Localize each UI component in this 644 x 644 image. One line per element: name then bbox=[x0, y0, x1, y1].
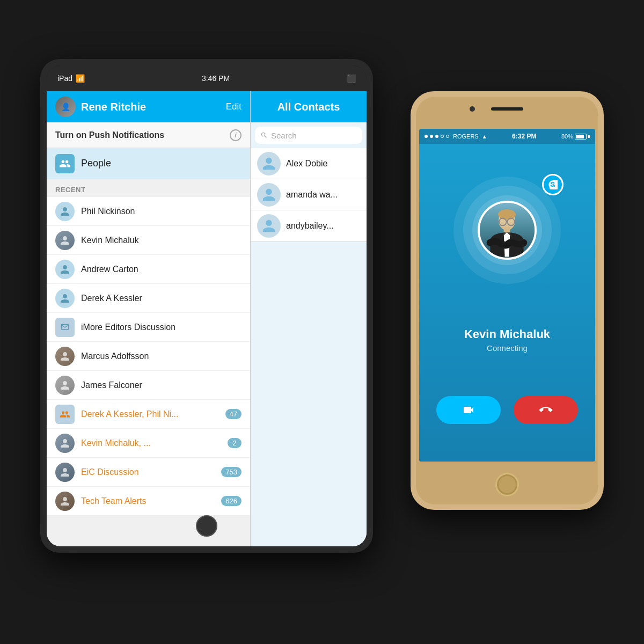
edit-button[interactable]: Edit bbox=[226, 101, 241, 112]
contact-item-0[interactable]: Phil Nickinson bbox=[47, 197, 250, 226]
ipad-wifi-icon: 📶 bbox=[76, 74, 85, 83]
skype-logo-overlay bbox=[542, 174, 564, 195]
recent-section-header: RECENT bbox=[47, 179, 250, 197]
contact-avatar-9 bbox=[55, 463, 75, 482]
signal-dot-2 bbox=[430, 135, 433, 138]
ipad-home-button[interactable] bbox=[196, 515, 217, 537]
call-buttons bbox=[436, 396, 578, 424]
right-avatar-2 bbox=[257, 214, 281, 238]
ipad-device: iPad 📶 3:46 PM ⬛ 👤 Rene Ri bbox=[40, 59, 373, 553]
iphone-time: 6:32 PM bbox=[512, 133, 536, 140]
contact-item-8[interactable]: Kevin Michaluk, ... 2 bbox=[47, 429, 250, 458]
right-contact-2[interactable]: andybailey... bbox=[251, 210, 367, 241]
ipad-inner: iPad 📶 3:46 PM ⬛ 👤 Rene Ri bbox=[47, 65, 367, 546]
call-status-text: Connecting bbox=[464, 343, 550, 353]
ipad-screen: 👤 Rene Ritchie Edit Turn on Push Notific… bbox=[47, 91, 367, 546]
contact-name-4: iMore Editors Discussion bbox=[81, 323, 241, 332]
info-icon[interactable]: i bbox=[230, 129, 241, 141]
push-notification-bar[interactable]: Turn on Push Notifications i bbox=[47, 122, 250, 148]
iphone-screen: ROGERS ▲ 6:32 PM 80% bbox=[419, 129, 595, 462]
search-placeholder: Search bbox=[271, 131, 297, 140]
contact-item-7[interactable]: Derek A Kessler, Phil Ni... 47 bbox=[47, 400, 250, 429]
contact-name-1: Kevin Michaluk bbox=[81, 236, 241, 245]
people-item[interactable]: People bbox=[47, 148, 250, 179]
contact-avatar-4 bbox=[55, 318, 75, 337]
contact-badge-9: 753 bbox=[221, 467, 241, 477]
people-icon bbox=[55, 154, 75, 173]
end-call-button[interactable] bbox=[514, 396, 578, 424]
signal-dot-4 bbox=[441, 135, 444, 138]
contact-avatar-8 bbox=[55, 434, 75, 453]
ipad-status-bar: iPad 📶 3:46 PM ⬛ bbox=[47, 65, 367, 91]
right-avatar-1 bbox=[257, 183, 281, 207]
svg-point-3 bbox=[498, 209, 516, 219]
ipad-right-header: All Contacts bbox=[251, 91, 367, 122]
battery-indicator: 80% bbox=[561, 133, 590, 140]
wifi-icon: ▲ bbox=[482, 134, 487, 140]
contact-avatar-3 bbox=[55, 289, 75, 308]
user-avatar: 👤 bbox=[55, 97, 76, 117]
iphone-home-button[interactable] bbox=[495, 473, 519, 496]
iphone-device: ROGERS ▲ 6:32 PM 80% bbox=[411, 91, 604, 510]
contact-badge-7: 47 bbox=[225, 409, 241, 419]
search-bar[interactable]: Search bbox=[255, 127, 362, 144]
ipad-device-label: iPad bbox=[57, 74, 72, 83]
contact-item-4[interactable]: iMore Editors Discussion bbox=[47, 313, 250, 342]
contact-item-5[interactable]: Marcus Adolfsson bbox=[47, 342, 250, 371]
right-contact-0[interactable]: Alex Dobie bbox=[251, 148, 367, 179]
contact-avatar-10 bbox=[55, 492, 75, 511]
contact-avatar-7 bbox=[55, 405, 75, 424]
right-contact-name-1: amanda wa... bbox=[286, 190, 338, 200]
battery-fill bbox=[576, 135, 584, 138]
call-contact-avatar bbox=[478, 201, 537, 260]
right-contact-name-0: Alex Dobie bbox=[286, 159, 327, 169]
right-contacts-list: Alex Dobie amanda wa... bbox=[251, 148, 367, 546]
contact-name-5: Marcus Adolfsson bbox=[81, 352, 241, 361]
contact-avatar-2 bbox=[55, 260, 75, 279]
right-avatar-0 bbox=[257, 152, 281, 175]
contact-item-2[interactable]: Andrew Carton bbox=[47, 255, 250, 284]
contact-item-6[interactable]: James Falconer bbox=[47, 371, 250, 400]
contact-name-10: Tech Team Alerts bbox=[81, 496, 215, 506]
sidebar-username: Rene Ritchie bbox=[81, 101, 146, 113]
contact-name-6: James Falconer bbox=[81, 380, 241, 390]
ipad-status-left: iPad 📶 bbox=[57, 74, 85, 83]
ipad-time: 3:46 PM bbox=[202, 74, 230, 83]
right-contact-name-2: andybailey... bbox=[286, 221, 334, 231]
signal-dot-3 bbox=[435, 135, 438, 138]
contact-item-3[interactable]: Derek A Kessler bbox=[47, 284, 250, 313]
sidebar-header: 👤 Rene Ritchie Edit bbox=[47, 91, 250, 122]
sidebar-header-left: 👤 Rene Ritchie bbox=[55, 97, 146, 117]
contact-item-1[interactable]: Kevin Michaluk bbox=[47, 226, 250, 255]
call-contact-info: Kevin Michaluk Connecting bbox=[464, 327, 550, 353]
iphone-status-left: ROGERS ▲ bbox=[425, 133, 487, 140]
contact-item-10[interactable]: Tech Team Alerts 626 bbox=[47, 487, 250, 516]
call-screen: Kevin Michaluk Connecting bbox=[419, 144, 595, 462]
push-notification-text: Turn on Push Notifications bbox=[55, 130, 164, 140]
signal-dot-5 bbox=[446, 135, 449, 138]
contact-avatar-6 bbox=[55, 376, 75, 395]
contact-avatar-1 bbox=[55, 231, 75, 250]
right-contact-1[interactable]: amanda wa... bbox=[251, 179, 367, 210]
contact-name-8: Kevin Michaluk, ... bbox=[81, 438, 221, 448]
ipad-sidebar: 👤 Rene Ritchie Edit Turn on Push Notific… bbox=[47, 91, 251, 546]
contact-avatar-5 bbox=[55, 347, 75, 366]
all-contacts-title: All Contacts bbox=[277, 101, 340, 113]
ipad-right-panel: All Contacts Search Alex Dobie bbox=[251, 91, 367, 546]
battery-nub bbox=[588, 135, 590, 138]
battery-bar bbox=[575, 134, 587, 140]
iphone-camera bbox=[470, 106, 475, 112]
iphone-speaker bbox=[491, 107, 523, 111]
call-avatar-photo bbox=[480, 203, 535, 258]
contact-name-0: Phil Nickinson bbox=[81, 207, 241, 216]
contact-item-9[interactable]: EiC Discussion 753 bbox=[47, 458, 250, 487]
video-call-button[interactable] bbox=[436, 396, 501, 424]
avatar-icon: 👤 bbox=[61, 103, 70, 111]
people-label: People bbox=[81, 158, 111, 169]
contact-badge-8: 2 bbox=[228, 438, 241, 448]
scene: iPad 📶 3:46 PM ⬛ 👤 Rene Ri bbox=[40, 59, 604, 585]
contact-avatar-0 bbox=[55, 202, 75, 221]
contact-name-9: EiC Discussion bbox=[81, 467, 215, 477]
iphone-inner: ROGERS ▲ 6:32 PM 80% bbox=[416, 97, 598, 504]
contact-name-7: Derek A Kessler, Phil Ni... bbox=[81, 409, 219, 419]
